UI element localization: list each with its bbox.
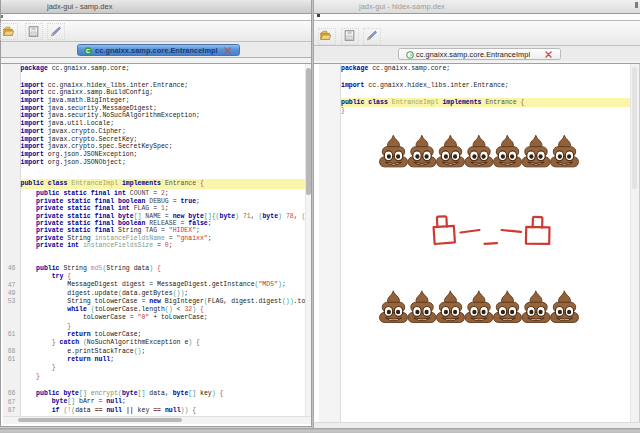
svg-text:C: C bbox=[86, 48, 90, 54]
